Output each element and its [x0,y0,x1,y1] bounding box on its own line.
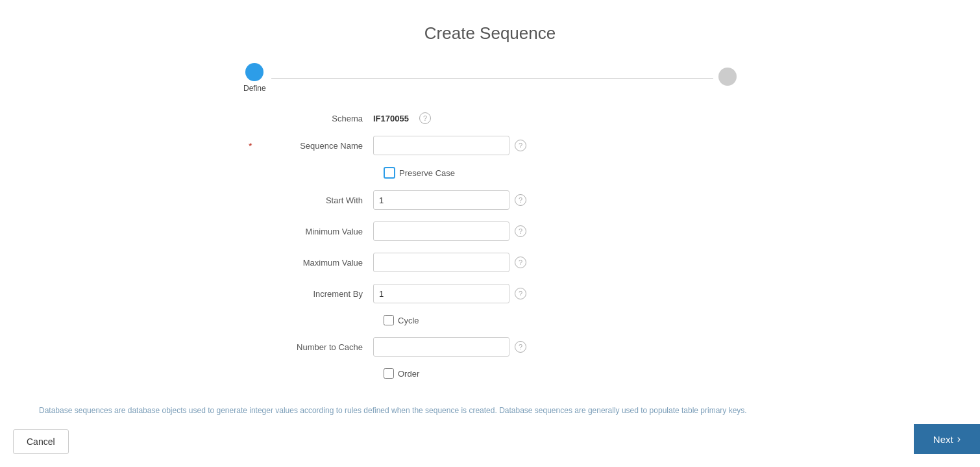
number-to-cache-input[interactable] [373,337,509,357]
minimum-value-label: Minimum Value [243,227,373,236]
preserve-case-label[interactable]: Preserve Case [399,168,455,178]
increment-by-row: Increment By ? [243,284,737,303]
sequence-name-input[interactable] [373,136,509,155]
minimum-value-input[interactable] [373,221,509,241]
wizard-steps: Define [243,63,737,93]
minimum-value-row: Minimum Value ? [243,221,737,241]
order-row: Order [384,368,737,379]
number-to-cache-help-icon[interactable]: ? [515,341,526,353]
wizard-step-2 [718,68,737,86]
maximum-value-row: Maximum Value ? [243,253,737,272]
minimum-value-help-icon[interactable]: ? [515,225,526,237]
sequence-name-help-icon[interactable]: ? [515,140,526,151]
cycle-checkbox[interactable] [384,315,394,325]
number-to-cache-label: Number to Cache [243,342,373,352]
preserve-case-row: Preserve Case [384,167,737,179]
increment-by-label: Increment By [243,289,373,299]
maximum-value-label: Maximum Value [243,258,373,268]
wizard-step-define-label: Define [243,84,266,93]
sequence-name-label: Sequence Name [243,141,373,151]
order-label[interactable]: Order [398,369,419,379]
next-button-label: Next [933,434,953,445]
start-with-input[interactable] [373,190,509,210]
number-to-cache-row: Number to Cache ? [243,337,737,357]
chevron-right-icon: › [957,433,961,445]
page-title: Create Sequence [0,0,980,63]
maximum-value-input[interactable] [373,253,509,272]
start-with-help-icon[interactable]: ? [515,194,526,206]
sequence-name-row: Sequence Name ? [243,136,737,155]
order-checkbox[interactable] [384,368,394,379]
next-button[interactable]: Next › [914,424,980,454]
schema-label: Schema [243,114,373,123]
wizard-connector-line [271,78,713,79]
schema-value: IF170055 [373,114,409,123]
form-container: Schema IF170055 ? Sequence Name ? Preser… [243,112,737,379]
increment-by-help-icon[interactable]: ? [515,288,526,299]
cycle-row: Cycle [384,315,737,325]
cancel-button[interactable]: Cancel [13,429,69,454]
cycle-label[interactable]: Cycle [398,316,419,325]
increment-by-input[interactable] [373,284,509,303]
schema-row: Schema IF170055 ? [243,112,737,124]
wizard-step-define [245,63,263,81]
preserve-case-checkbox[interactable] [384,167,395,179]
schema-help-icon[interactable]: ? [419,112,431,124]
maximum-value-help-icon[interactable]: ? [515,257,526,268]
footer-info: Database sequences are database objects … [0,406,980,415]
start-with-row: Start With ? [243,190,737,210]
start-with-label: Start With [243,196,373,205]
